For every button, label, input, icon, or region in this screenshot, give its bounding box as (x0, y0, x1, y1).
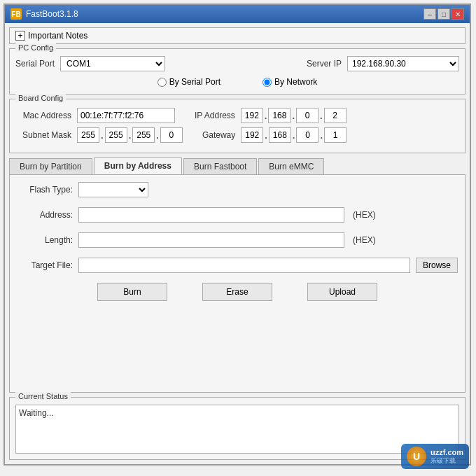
radio-serial-label: By Serial Port (169, 77, 220, 87)
address-hex-label: (HEX) (353, 210, 376, 220)
ip-seg1[interactable] (241, 108, 263, 123)
important-notes-label: Important Notes (28, 31, 88, 41)
expand-icon[interactable]: + (15, 31, 25, 41)
length-input[interactable] (78, 232, 344, 248)
tab-burn-partition[interactable]: Burn by Partition (9, 158, 92, 174)
pc-config-title: PC Config (15, 43, 56, 52)
action-row: Burn Erase Upload (17, 283, 458, 301)
tab-burn-address[interactable]: Burn by Address (94, 158, 182, 174)
subnet-seg3[interactable] (132, 127, 155, 143)
flash-type-select[interactable] (78, 182, 148, 197)
serial-port-select[interactable]: COM1 (60, 56, 165, 71)
gw-dot2: . (293, 130, 295, 141)
address-input[interactable] (78, 207, 344, 223)
gw-seg3[interactable] (296, 127, 318, 143)
flash-type-label: Flash Type: (17, 185, 73, 195)
subnet-seg2[interactable] (105, 127, 127, 143)
subnet-seg1[interactable] (77, 127, 99, 143)
titlebar: FB FastBoot3.1.8 – □ ✕ (5, 5, 470, 23)
gateway-group: . . . (241, 127, 346, 143)
tab-burn-emmc[interactable]: Burn eMMC (258, 158, 324, 174)
erase-button[interactable]: Erase (202, 283, 272, 301)
gw-dot3: . (320, 130, 323, 141)
ip-seg4[interactable] (324, 108, 346, 123)
subnet-dot1: . (101, 130, 104, 141)
address-label: Address: (17, 210, 73, 220)
minimize-button[interactable]: – (424, 8, 436, 20)
important-notes-group: + Important Notes (9, 27, 465, 44)
ip-dot1: . (265, 111, 267, 121)
burn-button[interactable]: Burn (97, 283, 167, 301)
subnet-dot3: . (156, 130, 159, 141)
target-file-row: Target File: Browse (17, 258, 458, 273)
board-config-title: Board Config (15, 94, 66, 102)
tab-content: Flash Type: Address: (HEX) Length: (HEX) (9, 174, 465, 393)
ip-label: IP Address (195, 111, 235, 120)
gw-seg1[interactable] (241, 127, 263, 143)
target-file-label: Target File: (17, 260, 73, 270)
mac-input[interactable] (77, 108, 175, 123)
tabs-area: Burn by Partition Burn by Address Burn F… (9, 158, 465, 393)
target-file-input[interactable] (78, 258, 410, 273)
radio-network-label: By Network (274, 77, 317, 87)
subnet-seg4[interactable] (160, 127, 183, 143)
ip-dot3: . (320, 111, 323, 121)
watermark-text-block: uzzf.com 乐破下载 (430, 448, 463, 465)
gateway-label: Gateway (202, 130, 235, 140)
gw-seg4[interactable] (324, 127, 346, 143)
radio-network[interactable]: By Network (262, 77, 317, 87)
address-row: Address: (HEX) (17, 207, 458, 223)
radio-serial-input[interactable] (158, 78, 167, 87)
tab-burn-fastboot[interactable]: Burn Fastboot (183, 158, 257, 174)
gw-seg2[interactable] (269, 127, 291, 143)
tab-bar: Burn by Partition Burn by Address Burn F… (9, 158, 465, 174)
serial-port-label: Serial Port (15, 59, 55, 69)
status-group: Current Status Waiting... (9, 397, 465, 460)
watermark: U uzzf.com 乐破下载 (401, 444, 469, 469)
ip-dot2: . (292, 111, 295, 121)
mac-label: Mac Address (15, 111, 71, 120)
subnet-dot2: . (129, 130, 132, 141)
board-config-group: Board Config Mac Address IP Address . . … (9, 99, 465, 153)
maximize-button[interactable]: □ (438, 8, 450, 20)
browse-button[interactable]: Browse (416, 258, 458, 273)
window-controls: – □ ✕ (424, 8, 464, 20)
subnet-label: Subnet Mask (15, 130, 71, 140)
watermark-site: uzzf.com (430, 448, 463, 456)
app-icon: FB (10, 8, 22, 20)
server-ip-label: Server IP (307, 59, 342, 69)
upload-button[interactable]: Upload (307, 283, 377, 301)
ip-seg3[interactable] (296, 108, 318, 123)
status-content: Waiting... (15, 405, 459, 454)
subnet-mask-group: . . . (77, 127, 183, 143)
watermark-logo: U (407, 447, 426, 466)
flash-type-row: Flash Type: (17, 182, 458, 197)
ip-address-group: . . . (241, 108, 346, 123)
window-title: FastBoot3.1.8 (26, 9, 78, 19)
length-hex-label: (HEX) (353, 235, 376, 245)
status-text: Waiting... (19, 408, 54, 418)
radio-serial-port[interactable]: By Serial Port (158, 77, 220, 87)
status-title: Current Status (15, 392, 71, 400)
server-ip-select[interactable]: 192.168.90.30 (347, 56, 459, 71)
pc-config-group: PC Config Serial Port COM1 Server IP 192… (9, 48, 465, 94)
radio-network-input[interactable] (262, 78, 272, 87)
ip-seg2[interactable] (268, 108, 290, 123)
watermark-sub: 乐破下载 (430, 456, 463, 465)
gw-dot1: . (265, 130, 267, 141)
length-row: Length: (HEX) (17, 232, 458, 248)
length-label: Length: (17, 235, 73, 245)
close-button[interactable]: ✕ (451, 8, 464, 20)
